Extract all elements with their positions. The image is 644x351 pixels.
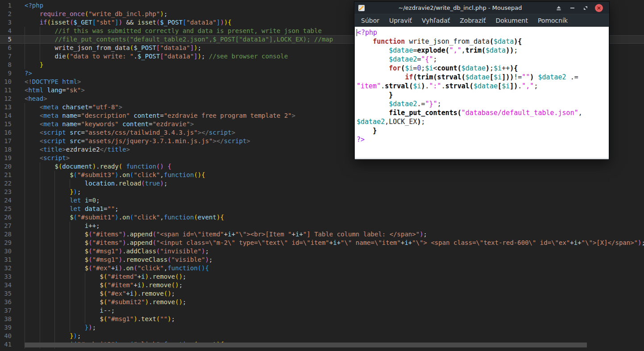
menu-item-4[interactable]: Dokument	[491, 16, 532, 25]
mousepad-line[interactable]: for($i=0;$i<count($datae);$i++){	[357, 64, 609, 73]
editor-code-line[interactable]: 25 let data1="";	[0, 205, 644, 213]
token: =	[88, 103, 92, 111]
editor-code-line[interactable]: 23 });	[0, 188, 644, 196]
token: $	[100, 315, 104, 322]
editor-code-line[interactable]: 34 $("#item"+i).remove();	[0, 281, 644, 289]
token: script	[43, 154, 66, 161]
indent-guide	[40, 27, 40, 35]
indent-guide	[40, 205, 40, 213]
token: )	[145, 273, 149, 280]
line-number: 34	[0, 281, 12, 289]
token	[25, 120, 40, 128]
token: )	[122, 239, 126, 246]
line-number: 1	[0, 1, 12, 10]
token: head	[28, 95, 43, 102]
editor-code-line[interactable]: 33 $("#itemd"+i).remove();	[0, 273, 644, 281]
code-text: //if this was submitted correctly and da…	[25, 27, 322, 35]
editor-code-line[interactable]: 39 });	[0, 323, 644, 332]
token: =	[160, 112, 164, 119]
token: }	[70, 188, 73, 195]
token: "click"	[137, 264, 164, 272]
token: >	[43, 95, 47, 102]
mousepad-line[interactable]: <?php	[357, 28, 609, 37]
line-number: 18	[0, 145, 12, 154]
editor-code-line[interactable]: 38 $("#msg1").text("");	[0, 315, 644, 323]
mousepad-line[interactable]: function write_json_from_data($data){	[357, 37, 609, 46]
menu-item-1[interactable]: Upraviť	[385, 16, 416, 25]
menu-item-2[interactable]: Vyhľadať	[418, 16, 454, 25]
token: on	[122, 171, 130, 178]
editor-code-line[interactable]: 32 $("#ex"+i).on("click",function(){	[0, 264, 644, 273]
editor-code-line[interactable]: 24 let i=0;	[0, 196, 644, 205]
editor-code-line[interactable]: 28 $("#items").append("<span id=\"itemd"…	[0, 230, 644, 239]
token: (	[171, 281, 175, 289]
token: =	[81, 129, 84, 136]
token: .	[518, 82, 522, 90]
mousepad-line[interactable]: $datae2="{";	[357, 55, 609, 64]
editor-code-line[interactable]: 21 $("#submit3").on("click",function(){	[0, 171, 644, 179]
close-icon: ×	[595, 4, 603, 12]
token: $_POST	[133, 44, 156, 51]
menu-item-5[interactable]: Pomocník	[534, 16, 572, 25]
close-button[interactable]: ×	[592, 3, 606, 13]
editor-code-line[interactable]: 29 $("#items").append("<input class=\"m-…	[0, 239, 644, 247]
mousepad-line[interactable]: $datae2,LOCK_EX);	[357, 117, 609, 126]
line-number: 29	[0, 239, 12, 247]
code-text: <!DOCTYPE html>	[25, 78, 81, 86]
token: ]	[194, 53, 197, 60]
token: (	[198, 264, 201, 272]
mousepad-line[interactable]: }	[357, 126, 609, 135]
editor-code-line[interactable]: 27 i++;	[0, 222, 644, 230]
editor-code-line[interactable]: 40 });	[0, 332, 644, 340]
editor-code-line[interactable]: 37 i--;	[0, 306, 644, 315]
token: //if this was submitted correctly and da…	[54, 27, 321, 34]
menu-item-3[interactable]: Zobraziť	[456, 16, 490, 25]
token: if	[405, 73, 413, 81]
indent-guide	[54, 298, 55, 306]
indent-guide	[40, 273, 40, 281]
indent-guide	[25, 205, 25, 213]
menu-item-0[interactable]: Súbor	[357, 16, 383, 25]
token: remove	[149, 281, 171, 289]
text-area[interactable]: <?php function write_json_from_data($dat…	[355, 27, 609, 159]
mousepad-window[interactable]: ~/ezdravie2/write_db_incl.php - Mousepad…	[354, 1, 610, 159]
titlebar[interactable]: ~/ezdravie2/write_db_incl.php - Mousepad…	[354, 2, 609, 14]
editor-code-line[interactable]: 35 $("#ex"+i).remove();	[0, 289, 644, 298]
indent-guide	[70, 264, 70, 273]
indent-guide	[40, 36, 40, 43]
editor-code-line[interactable]: 22 location.reload(true);	[0, 179, 644, 188]
token	[25, 188, 70, 195]
shade-button[interactable]	[552, 3, 565, 13]
mousepad-line[interactable]: "item".strval($i).":".strval($datae[$i])…	[357, 82, 609, 91]
token: .	[122, 248, 126, 255]
token: >	[292, 112, 295, 119]
minimize-button[interactable]	[565, 3, 579, 13]
code-text: <script src="assets/css/tailwind_3.4.3.j…	[25, 128, 235, 137]
token	[66, 129, 70, 136]
code-text: if(isset($_GET["sbt"]) && isset($_POST["…	[25, 18, 232, 27]
horizontal-scrollbar-thumb[interactable]	[25, 343, 587, 347]
code-text: <?php	[25, 1, 43, 10]
editor-code-line[interactable]: 26 $("#submit1").on("click",function(eve…	[0, 213, 644, 222]
mousepad-line[interactable]: $datae=explode(",",trim($data));	[357, 46, 609, 55]
mousepad-line[interactable]: file_put_contents("database/default_tabl…	[357, 108, 609, 117]
token: isset	[137, 19, 156, 26]
mousepad-line[interactable]: }	[357, 91, 609, 99]
mousepad-line[interactable]: $datae2.="}";	[357, 99, 609, 108]
code-text: $("#msg1").removeClass("visible");	[25, 256, 213, 264]
mousepad-line[interactable]: if(trim(strval($datae[$i]))!="") $datae2…	[357, 73, 609, 82]
editor-code-line[interactable]: 36 $("#submit2").remove();	[0, 298, 644, 306]
token	[25, 332, 70, 339]
token: ;	[171, 315, 175, 322]
indent-guide	[70, 315, 70, 323]
token: i	[574, 239, 578, 246]
indent-guide	[40, 222, 40, 230]
maximize-button[interactable]	[579, 3, 592, 13]
token: +	[292, 231, 295, 238]
editor-code-line[interactable]: 30 $("#msg1").addClass("invisible");	[0, 247, 644, 256]
token: "invisible"	[160, 248, 202, 255]
editor-code-line[interactable]: 31 $("#msg1").removeClass("visible");	[0, 256, 644, 264]
mousepad-line[interactable]: ?>	[357, 135, 609, 144]
editor-code-line[interactable]: 20 $(document).ready( function() {	[0, 162, 644, 171]
token: .	[115, 180, 118, 187]
